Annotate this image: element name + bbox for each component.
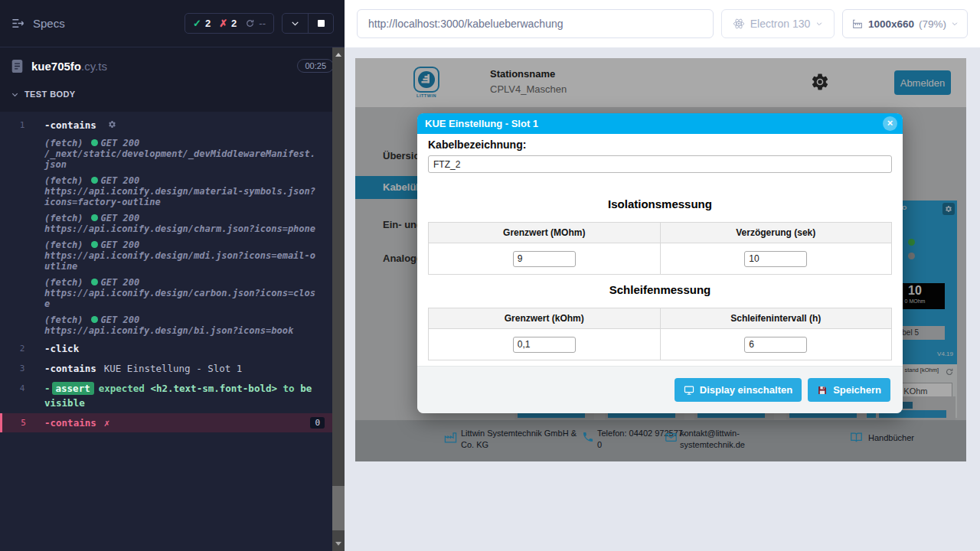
isolation-verzoegerung-input[interactable] [744, 251, 807, 267]
scroll-up-arrow-icon[interactable] [335, 53, 341, 57]
save-floppy-icon [817, 385, 828, 396]
chevron-down-icon [11, 90, 19, 99]
scroll-down-arrow-icon[interactable] [335, 542, 341, 546]
assert-badge: assert [52, 382, 94, 395]
check-icon: ✓ [193, 18, 201, 29]
status-dot [91, 214, 98, 221]
display-on-button[interactable]: Display einschalten [675, 378, 802, 402]
fetch-url: https://api.iconify.design/bi.json?icons… [44, 325, 320, 336]
modal-title: KUE Einstellung - Slot 1 [417, 113, 903, 134]
fetch-log-row[interactable]: (fetch)GET 200https://api.iconify.design… [0, 237, 332, 274]
browser-selector[interactable]: Electron 130 [721, 9, 835, 38]
status-dot [91, 316, 98, 323]
fetch-log-text: (fetch)GET 200https://api.iconify.design… [44, 315, 325, 336]
command-log: 1 -contains (fetch)GET 200/_next/static/… [0, 112, 332, 551]
section-title: TEST BODY [24, 90, 76, 99]
isolation-col-grenzwert: Grenzwert (MOhm) [429, 223, 661, 243]
reporter-controls [282, 13, 334, 34]
command-number: 4 [0, 381, 44, 410]
browser-name: Electron 130 [750, 18, 811, 30]
fetch-log-text: (fetch)GET 200/_next/static/development/… [44, 138, 325, 170]
cypress-reporter-panel: Specs ✓2 ✗2 -- kue705fo.cy.ts 00:25 TEST… [0, 0, 345, 551]
isolation-col-verzoegerung: Verzögerung (sek) [660, 223, 892, 243]
viewport-selector[interactable]: 1000x660 (79%) [842, 9, 968, 38]
fetch-url: https://api.iconify.design/carbon.json?i… [44, 288, 320, 309]
failed-count: 2 [231, 18, 237, 29]
close-icon[interactable]: × [883, 116, 897, 131]
command-text: -contains✗ [44, 416, 325, 430]
ruler-icon [851, 18, 864, 30]
gear-icon [108, 120, 116, 129]
collapse-button[interactable] [283, 14, 308, 33]
fetch-url: https://api.iconify.design/mdi.json?icon… [44, 250, 320, 272]
command-text: -click [44, 341, 325, 356]
assert-text: -assertexpected <h2.text-sm.font-bold> t… [44, 381, 325, 410]
fetch-log-row[interactable]: (fetch)GET 200https://api.iconify.design… [0, 173, 332, 210]
fetch-url: https://api.iconify.design/charm.json?ic… [44, 223, 320, 234]
fetch-log-text: (fetch)GET 200https://api.iconify.design… [44, 213, 325, 234]
save-button[interactable]: Speichern [808, 378, 890, 402]
refresh-icon [245, 18, 255, 28]
isolation-grenzwert-input[interactable] [513, 251, 576, 267]
app-preview-area: LITTWIN Stationsname CPLV4_Maschen Abmel… [345, 47, 980, 551]
fetch-log-row[interactable]: (fetch)GET 200/_next/static/development/… [0, 135, 332, 172]
app-under-test: LITTWIN Stationsname CPLV4_Maschen Abmel… [355, 58, 966, 461]
command-text: -containsKUE Einstellung - Slot 1 [44, 361, 325, 376]
modal-footer: Display einschalten Speichern [417, 366, 903, 413]
fetch-log-text: (fetch)GET 200https://api.iconify.design… [44, 175, 325, 207]
command-number: 1 [0, 118, 44, 132]
command-contains-failed[interactable]: 5 -contains✗ 0 [0, 413, 332, 432]
reporter-scrollbar[interactable] [332, 47, 345, 551]
command-contains-1[interactable]: 1 -contains [0, 116, 332, 135]
command-contains-3[interactable]: 3 -containsKUE Einstellung - Slot 1 [0, 359, 332, 378]
fail-count-badge: 0 [310, 417, 325, 429]
command-argument: KUE Einstellung - Slot 1 [104, 363, 243, 374]
status-dot [91, 177, 98, 184]
loop-grenzwert-input[interactable] [513, 337, 576, 353]
command-number: 5 [2, 416, 44, 430]
spec-file-icon [11, 59, 24, 73]
monitor-icon [684, 385, 694, 396]
cable-name-label: Kabelbezeichnung: [428, 139, 526, 151]
stop-icon [318, 20, 325, 27]
test-body-section-header[interactable]: TEST BODY [0, 82, 345, 103]
stop-button[interactable] [308, 14, 333, 33]
command-assert[interactable]: 4 -assertexpected <h2.text-sm.font-bold>… [0, 379, 332, 412]
electron-icon [733, 18, 745, 30]
spec-name: kue705fo.cy.ts [31, 60, 107, 73]
isolation-table: Grenzwert (MOhm) Verzögerung (sek) [428, 222, 892, 275]
command-click[interactable]: 2 -click [0, 339, 332, 358]
command-number: 2 [0, 341, 44, 356]
status-dot [91, 279, 98, 285]
scrollbar-thumb[interactable] [332, 486, 345, 530]
loop-section-title: Schleifenmessung [417, 283, 903, 296]
url-input[interactable] [357, 9, 714, 38]
status-dot [91, 139, 98, 146]
specs-menu-icon[interactable] [11, 16, 25, 31]
assert-element: <h2.text-sm.font-bold> [150, 383, 277, 394]
viewport-size: 1000x660 [868, 18, 914, 30]
cable-name-input[interactable] [428, 155, 892, 173]
reporter-header: Specs ✓2 ✗2 -- [0, 0, 345, 47]
command-text: -contains [44, 118, 325, 132]
runner-topbar: Electron 130 1000x660 (79%) [345, 0, 980, 47]
kue-settings-modal: KUE Einstellung - Slot 1 × Kabelbezeichn… [417, 113, 903, 413]
spec-ext: .cy.ts [81, 60, 107, 73]
stat-passed: ✓2 [193, 18, 211, 29]
loop-col-grenzwert: Grenzwert (kOhm) [429, 308, 661, 329]
x-icon: ✗ [104, 417, 110, 429]
viewport-zoom: (79%) [919, 18, 946, 30]
fetch-log-row[interactable]: (fetch)GET 200https://api.iconify.design… [0, 312, 332, 338]
chevron-down-icon [290, 18, 300, 28]
loop-intervall-input[interactable] [744, 337, 807, 353]
fetch-log-row[interactable]: (fetch)GET 200https://api.iconify.design… [0, 275, 332, 311]
fetch-log-text: (fetch)GET 200https://api.iconify.design… [44, 277, 325, 309]
spec-row[interactable]: kue705fo.cy.ts 00:25 [0, 50, 345, 82]
fetch-log-row[interactable]: (fetch)GET 200https://api.iconify.design… [0, 210, 332, 236]
loop-table: Grenzwert (kOhm) Schleifenintervall (h) [428, 308, 892, 360]
loop-col-intervall: Schleifenintervall (h) [660, 308, 892, 329]
chevron-down-icon [815, 20, 823, 28]
specs-label: Specs [33, 17, 65, 30]
spec-timer: 00:25 [297, 59, 334, 73]
fetch-url: /_next/static/development/_devMiddleware… [44, 148, 320, 170]
